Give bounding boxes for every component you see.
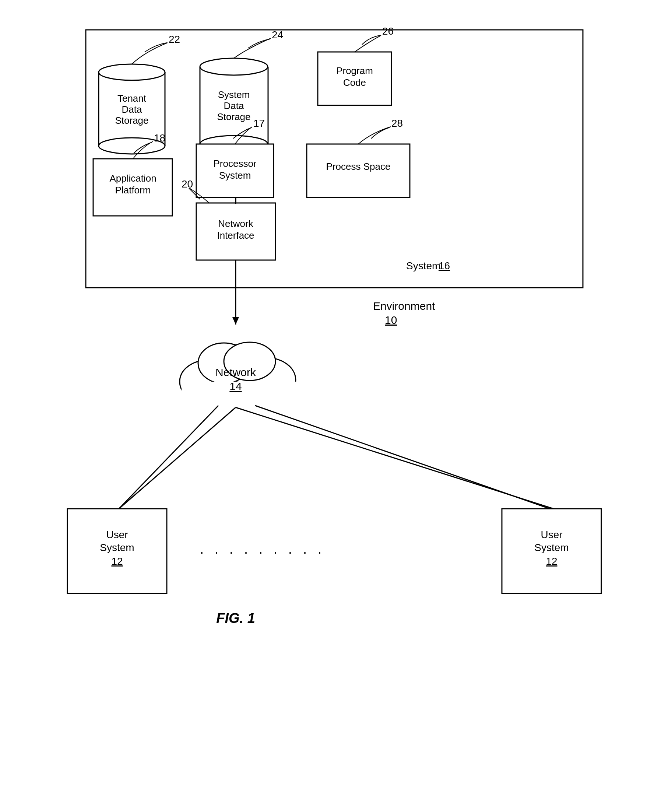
svg-point-10 xyxy=(200,58,268,75)
svg-text:FIG. 1: FIG. 1 xyxy=(216,610,255,626)
svg-text:17: 17 xyxy=(253,117,265,129)
svg-text:10: 10 xyxy=(385,314,397,326)
svg-text:14: 14 xyxy=(230,380,242,392)
svg-text:20: 20 xyxy=(181,178,193,190)
svg-point-20 xyxy=(180,360,235,403)
svg-point-5 xyxy=(99,64,165,80)
svg-text:System: System xyxy=(534,542,569,553)
svg-text:Network: Network xyxy=(218,218,253,229)
svg-point-4 xyxy=(99,138,165,154)
svg-text:Processor: Processor xyxy=(213,158,256,169)
svg-text:Code: Code xyxy=(343,77,366,88)
svg-text:16: 16 xyxy=(439,260,450,272)
svg-text:Interface: Interface xyxy=(217,230,254,241)
svg-text:12: 12 xyxy=(111,555,123,567)
svg-text:User: User xyxy=(541,529,562,540)
svg-rect-14 xyxy=(307,144,410,197)
svg-rect-0 xyxy=(86,30,583,288)
svg-rect-1 xyxy=(99,72,165,146)
svg-rect-11 xyxy=(318,52,391,105)
svg-point-23 xyxy=(224,342,275,380)
svg-rect-6 xyxy=(200,67,268,144)
svg-text:Process Space: Process Space xyxy=(326,161,390,172)
svg-text:Storage: Storage xyxy=(115,115,148,126)
svg-point-19 xyxy=(195,345,276,400)
svg-text:18: 18 xyxy=(154,132,165,144)
svg-line-27 xyxy=(255,406,550,509)
svg-text:Tenant: Tenant xyxy=(117,93,146,104)
svg-text:24: 24 xyxy=(272,29,283,41)
svg-text:System: System xyxy=(100,542,134,553)
diagram-svg: 22 24 26 18 17 28 20 Tenant Data Storage… xyxy=(42,15,631,770)
svg-text:Platform: Platform xyxy=(115,185,151,195)
svg-marker-18 xyxy=(232,317,239,325)
svg-text:User: User xyxy=(106,529,128,540)
svg-rect-12 xyxy=(93,159,172,216)
svg-text:28: 28 xyxy=(391,117,403,129)
svg-text:Storage: Storage xyxy=(217,111,250,122)
svg-text:System: System xyxy=(217,89,250,100)
svg-text:· · · · · · · · ·: · · · · · · · · · xyxy=(200,544,325,560)
svg-text:System: System xyxy=(219,170,251,181)
svg-point-9 xyxy=(200,136,268,153)
diagram-container: 22 24 26 18 17 28 20 Tenant Data Storage… xyxy=(42,15,631,770)
svg-text:12: 12 xyxy=(546,555,557,567)
svg-text:22: 22 xyxy=(169,33,180,45)
svg-point-22 xyxy=(198,343,250,383)
svg-text:System: System xyxy=(406,260,441,272)
svg-line-28 xyxy=(119,407,236,509)
svg-text:Data: Data xyxy=(122,104,142,115)
svg-text:Environment: Environment xyxy=(373,300,435,312)
svg-line-26 xyxy=(119,406,218,509)
svg-line-29 xyxy=(236,407,553,509)
svg-rect-31 xyxy=(502,509,601,593)
svg-rect-24 xyxy=(181,382,296,404)
svg-rect-30 xyxy=(67,509,167,593)
svg-text:26: 26 xyxy=(382,25,394,37)
svg-text:Program: Program xyxy=(336,65,373,76)
svg-rect-13 xyxy=(196,144,273,197)
svg-text:Application: Application xyxy=(109,173,156,184)
svg-text:Network: Network xyxy=(215,366,256,378)
svg-point-21 xyxy=(237,358,296,402)
svg-rect-15 xyxy=(196,203,275,260)
svg-text:Data: Data xyxy=(223,100,244,111)
